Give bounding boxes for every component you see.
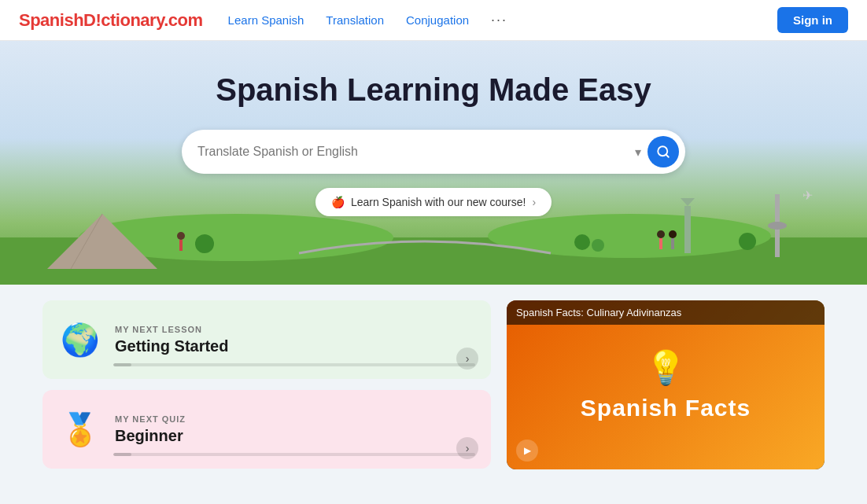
- navbar: SpanishD!ctionary.com Learn Spanish Tran…: [0, 0, 867, 41]
- hero-title: Spanish Learning Made Easy: [216, 72, 651, 108]
- svg-point-18: [657, 230, 665, 238]
- video-lightbulb-icon: 💡: [645, 348, 686, 387]
- site-logo[interactable]: SpanishD!ctionary.com: [19, 10, 203, 31]
- svg-point-20: [669, 230, 677, 238]
- svg-point-16: [177, 232, 185, 240]
- svg-point-15: [739, 233, 756, 250]
- svg-rect-21: [671, 238, 674, 249]
- logo-text: SpanishD: [19, 10, 95, 30]
- nav-conjugation[interactable]: Conjugation: [406, 13, 469, 27]
- nav-translation[interactable]: Translation: [326, 13, 384, 27]
- video-branding: 💡 Spanish Facts: [581, 348, 751, 421]
- lesson-label: MY NEXT LESSON: [115, 325, 228, 334]
- video-title-bar: Spanish Facts: Culinary Adivinanzas: [507, 300, 825, 325]
- video-card: Spanish Facts: Culinary Adivinanzas 💡 Sp…: [507, 300, 825, 469]
- video-column: Spanish Facts: Culinary Adivinanzas 💡 Sp…: [507, 300, 825, 469]
- quiz-next-button[interactable]: ›: [456, 437, 478, 459]
- lesson-progress-bar: [113, 363, 475, 366]
- svg-rect-7: [684, 206, 691, 253]
- logo-rest: ctionary.com: [101, 10, 202, 30]
- hero-cta-banner[interactable]: 🍎 Learn Spanish with our new course! ›: [315, 188, 552, 216]
- svg-point-14: [592, 239, 604, 252]
- lesson-icon: 🌍: [58, 318, 102, 362]
- search-submit-button[interactable]: [647, 136, 679, 167]
- search-bar: ▾: [182, 130, 685, 174]
- svg-point-12: [195, 234, 214, 253]
- svg-rect-19: [659, 238, 662, 249]
- hero-cta-arrow-icon: ›: [532, 196, 536, 208]
- lesson-title: Getting Started: [115, 337, 228, 355]
- quiz-progress-fill: [113, 453, 131, 456]
- svg-rect-17: [179, 240, 183, 251]
- video-brand-text: Spanish Facts: [581, 395, 751, 421]
- search-icon: [656, 145, 670, 159]
- quiz-icon: 🏅: [58, 407, 102, 451]
- svg-marker-8: [681, 198, 695, 206]
- video-content: 💡 Spanish Facts ▶: [507, 300, 825, 469]
- quiz-content: MY NEXT QUIZ Beginner: [115, 414, 186, 445]
- cards-column: 🌍 MY NEXT LESSON Getting Started › 🏅 MY …: [42, 300, 491, 469]
- svg-line-1: [666, 154, 668, 156]
- quiz-title: Beginner: [115, 427, 186, 445]
- hero-cta-text: Learn Spanish with our new course!: [351, 196, 526, 208]
- nav-links: Learn Spanish Translation Conjugation ··…: [228, 12, 777, 28]
- search-input[interactable]: [197, 145, 635, 159]
- hero-cta-emoji: 🍎: [331, 196, 345, 208]
- hero-section: Spanish Learning Made Easy ▾ 🍎 Learn Spa…: [0, 41, 867, 285]
- search-dropdown-icon[interactable]: ▾: [635, 145, 641, 160]
- quiz-card[interactable]: 🏅 MY NEXT QUIZ Beginner ›: [42, 390, 491, 469]
- lesson-card[interactable]: 🌍 MY NEXT LESSON Getting Started ›: [42, 300, 491, 379]
- svg-text:✈: ✈: [802, 190, 813, 202]
- svg-point-13: [574, 234, 590, 250]
- lesson-content: MY NEXT LESSON Getting Started: [115, 325, 228, 355]
- quiz-progress-bar: [113, 453, 475, 456]
- quiz-label: MY NEXT QUIZ: [115, 414, 186, 424]
- nav-more-icon[interactable]: ···: [491, 12, 507, 28]
- signin-button[interactable]: Sign in: [777, 7, 848, 33]
- main-content: 🌍 MY NEXT LESSON Getting Started › 🏅 MY …: [0, 285, 867, 485]
- nav-learn-spanish[interactable]: Learn Spanish: [228, 13, 304, 27]
- lesson-next-button[interactable]: ›: [456, 348, 478, 370]
- svg-point-10: [768, 222, 787, 230]
- svg-point-4: [488, 214, 771, 258]
- video-play-button[interactable]: ▶: [516, 440, 538, 462]
- lesson-progress-fill: [113, 363, 131, 366]
